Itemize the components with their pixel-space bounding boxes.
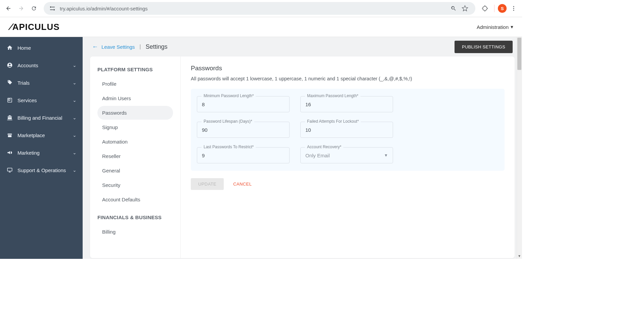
sidebar-item-label: Home	[17, 45, 77, 51]
sidebar-item-trials[interactable]: Trials ⌄	[0, 74, 83, 91]
leave-label: Leave Settings	[101, 44, 135, 50]
panel-title: Passwords	[191, 65, 505, 72]
subnav-section-title: FINANCIALS & BUSINESS	[97, 214, 173, 220]
extensions-icon[interactable]	[479, 3, 491, 14]
megaphone-icon	[6, 150, 13, 156]
sidebar-item-home[interactable]: Home	[0, 39, 83, 56]
select-value: Only Email	[305, 153, 330, 158]
subnav-signup[interactable]: Signup	[97, 120, 173, 134]
separator	[494, 5, 495, 12]
admin-dropdown[interactable]: Administration ▾	[477, 24, 513, 30]
bookmark-icon[interactable]	[459, 3, 471, 14]
subnav-billing[interactable]: Billing	[97, 225, 173, 239]
sidebar-item-label: Marketplace	[17, 132, 73, 138]
scroll-down-icon[interactable]: ▼	[517, 253, 521, 258]
zoom-icon[interactable]	[448, 3, 459, 14]
chevron-down-icon: ⌄	[73, 132, 77, 138]
leave-settings-link[interactable]: ← Leave Settings	[92, 43, 135, 50]
profile-avatar[interactable]: S	[498, 4, 507, 13]
content-area: ← Leave Settings | Settings PUBLISH SETT…	[83, 37, 522, 259]
svg-point-0	[50, 6, 51, 8]
chevron-down-icon: ⌄	[73, 150, 77, 155]
svg-point-4	[513, 6, 514, 7]
min-length-input[interactable]	[197, 96, 290, 112]
sidebar-item-billing[interactable]: Billing and Financial ⌄	[0, 109, 83, 126]
caret-down-icon: ▼	[384, 153, 388, 158]
form-actions: UPDATE CANCEL	[191, 178, 505, 190]
sidebar-item-support[interactable]: Support & Operations ⌄	[0, 161, 83, 179]
field-max-length: Maximum Password Length*	[300, 96, 393, 112]
monitor-icon	[6, 167, 13, 173]
subnav-security[interactable]: Security	[97, 178, 173, 192]
scrollbar-thumb[interactable]	[517, 38, 521, 70]
logo[interactable]: ⁄APICULUS	[10, 22, 60, 32]
subnav-profile[interactable]: Profile	[97, 77, 173, 91]
lockout-input[interactable]	[300, 122, 393, 138]
field-label: Failed Attempts For Lockout*	[305, 119, 361, 124]
sidebar-item-label: Billing and Financial	[17, 115, 73, 121]
site-info-icon[interactable]	[48, 5, 56, 12]
subnav-account-defaults[interactable]: Account Defaults	[97, 193, 173, 206]
svg-point-2	[53, 9, 55, 10]
max-length-input[interactable]	[300, 96, 393, 112]
cancel-button[interactable]: CANCEL	[233, 182, 252, 187]
field-label: Account Recovery*	[305, 145, 343, 149]
field-lockout: Failed Attempts For Lockout*	[300, 122, 393, 138]
app-header: ⁄APICULUS Administration ▾	[0, 17, 522, 37]
admin-label: Administration	[477, 24, 509, 30]
back-button[interactable]	[3, 3, 14, 14]
forward-button[interactable]	[15, 3, 27, 14]
page-title: Settings	[145, 43, 167, 50]
subnav-passwords[interactable]: Passwords	[97, 106, 173, 120]
caret-down-icon: ▾	[511, 24, 513, 30]
recovery-select[interactable]: Only Email ▼	[300, 147, 393, 163]
sidebar-item-marketplace[interactable]: Marketplace ⌄	[0, 126, 83, 144]
restrict-input[interactable]	[197, 147, 290, 163]
user-icon	[6, 62, 13, 68]
url-text: try.apiculus.io/admin/#/account-settings	[60, 6, 448, 11]
store-icon	[6, 132, 13, 138]
field-label: Minimum Password Length*	[202, 93, 256, 98]
lifespan-input[interactable]	[197, 122, 290, 138]
svg-point-8	[9, 64, 11, 65]
field-recovery: Account Recovery* Only Email ▼	[300, 147, 393, 163]
scrollbar[interactable]: ▼	[517, 37, 522, 259]
tag-icon	[6, 80, 13, 86]
panel-passwords: Passwords All passwords will accept 1 lo…	[181, 56, 515, 258]
field-restrict: Last Passwords To Restrict*	[197, 147, 290, 163]
sidebar-item-label: Support & Operations	[17, 167, 73, 173]
svg-point-5	[513, 8, 514, 9]
menu-icon[interactable]	[508, 3, 519, 14]
chevron-down-icon: ⌄	[73, 115, 77, 120]
publish-settings-button[interactable]: PUBLISH SETTINGS	[455, 41, 513, 53]
field-label: Maximum Password Length*	[305, 93, 360, 98]
sidebar-item-label: Services	[17, 97, 73, 103]
separator: |	[139, 44, 141, 50]
subnav-section-title: PLATFORM SETTINGS	[97, 67, 173, 72]
panel-hint: All passwords will accept 1 lowercase, 1…	[191, 76, 505, 81]
settings-subnav: PLATFORM SETTINGS Profile Admin Users Pa…	[90, 56, 181, 258]
subnav-general[interactable]: General	[97, 164, 173, 177]
update-button[interactable]: UPDATE	[191, 178, 224, 190]
forward-icon	[18, 5, 24, 11]
subnav-admin-users[interactable]: Admin Users	[97, 91, 173, 105]
browser-toolbar: try.apiculus.io/admin/#/account-settings…	[0, 0, 522, 17]
svg-rect-10	[8, 99, 10, 101]
subnav-reseller[interactable]: Reseller	[97, 149, 173, 163]
chevron-down-icon: ⌄	[73, 63, 77, 68]
chevron-down-icon: ⌄	[73, 167, 77, 173]
sidebar-item-services[interactable]: Services ⌄	[0, 91, 83, 109]
svg-rect-3	[50, 9, 53, 10]
address-bar[interactable]: try.apiculus.io/admin/#/account-settings	[44, 2, 475, 15]
field-lifespan: Password Lifespan (Days)*	[197, 122, 290, 138]
home-icon	[6, 45, 13, 51]
field-label: Password Lifespan (Days)*	[202, 119, 254, 124]
sidebar-item-label: Marketing	[17, 150, 73, 156]
subnav-automation[interactable]: Automation	[97, 135, 173, 149]
chevron-down-icon: ⌄	[73, 97, 77, 103]
sidebar-item-marketing[interactable]: Marketing ⌄	[0, 144, 83, 161]
sidebar-item-accounts[interactable]: Accounts ⌄	[0, 56, 83, 74]
settings-card: PLATFORM SETTINGS Profile Admin Users Pa…	[90, 56, 515, 258]
reload-button[interactable]	[28, 3, 40, 14]
logo-text: APICULUS	[12, 22, 60, 32]
